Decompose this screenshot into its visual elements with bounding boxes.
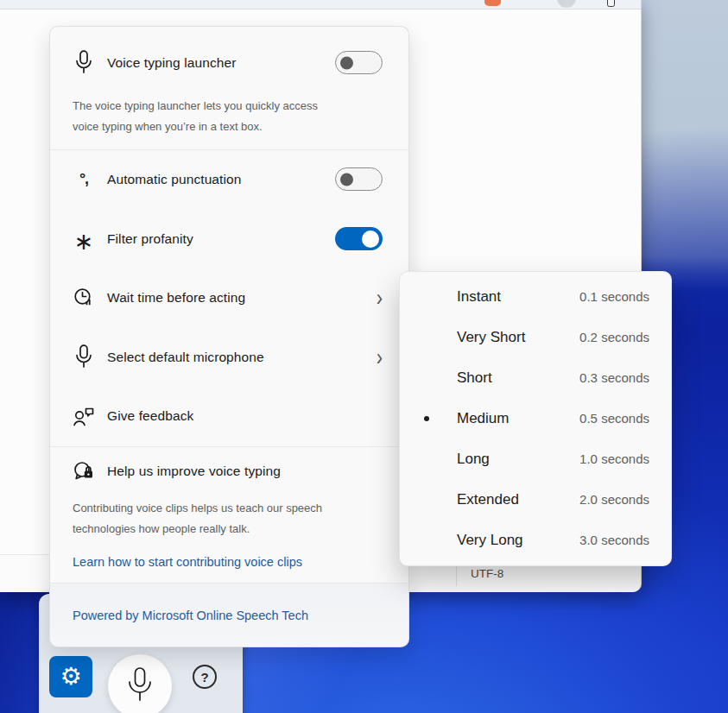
selected-bullet: [424, 416, 433, 421]
automatic-punctuation-toggle[interactable]: [335, 167, 383, 191]
row-label: Wait time before acting: [107, 290, 377, 306]
help-button[interactable]: ?: [193, 665, 217, 689]
browser-logo-icon[interactable]: [484, 0, 501, 6]
voice-typing-settings-panel: Voice typing launcher The voice typing l…: [49, 26, 409, 647]
menu-item-label: Extended: [457, 491, 579, 508]
menu-item-value: 1.0 seconds: [579, 451, 649, 466]
row-give-feedback[interactable]: Give feedback: [50, 387, 408, 446]
powered-by-link[interactable]: Powered by Microsoft Online Speech Tech: [73, 609, 308, 622]
microphone-icon: [71, 344, 97, 369]
menu-item-label: Instant: [457, 288, 579, 306]
gear-icon: ⚙: [60, 665, 81, 689]
menu-item-instant[interactable]: Instant 0.1 seconds: [400, 276, 671, 317]
menu-item-value: 2.0 seconds: [579, 492, 649, 507]
menu-item-label: Very Long: [457, 532, 579, 549]
voice-typing-launcher-toggle[interactable]: [335, 51, 383, 74]
row-label: Give feedback: [107, 408, 383, 424]
row-label: Select default microphone: [107, 350, 377, 365]
menu-item-extended[interactable]: Extended 2.0 seconds: [400, 479, 671, 520]
row-label: Automatic punctuation: [107, 172, 335, 187]
feedback-icon: [71, 406, 97, 427]
panel-footer: Powered by Microsoft Online Speech Tech: [50, 584, 408, 647]
chevron-right-icon: ›: [377, 345, 383, 369]
filter-profanity-toggle[interactable]: [335, 227, 383, 250]
row-voice-typing-launcher[interactable]: Voice typing launcher: [50, 39, 408, 87]
menu-item-label: Short: [457, 369, 579, 387]
menu-item-value: 3.0 seconds: [579, 533, 649, 547]
microphone-icon: [125, 666, 155, 706]
menu-item-label: Very Short: [457, 329, 579, 346]
menu-item-value: 0.3 seconds: [579, 370, 649, 385]
row-help-us-improve: Help us improve voice typing: [50, 451, 408, 492]
menu-item-very-long[interactable]: Very Long 3.0 seconds: [400, 520, 671, 560]
improve-description: Contributing voice clips helps us teach …: [73, 498, 340, 539]
help-icon: ?: [200, 670, 208, 685]
avatar-icon[interactable]: [557, 0, 576, 8]
menu-item-label: Medium: [457, 410, 579, 427]
row-label: Filter profanity: [107, 231, 335, 247]
menu-item-value: 0.1 seconds: [579, 289, 649, 304]
punctuation-icon: °,: [71, 170, 97, 188]
menu-item-medium[interactable]: Medium 0.5 seconds: [400, 398, 671, 439]
menu-item-value: 0.2 seconds: [579, 330, 649, 344]
menu-item-long[interactable]: Long 1.0 seconds: [400, 439, 671, 479]
clock-icon: [71, 287, 97, 308]
extension-icon[interactable]: [607, 0, 615, 7]
titlebar: [0, 0, 641, 9]
learn-contributing-link[interactable]: Learn how to start contributing voice cl…: [73, 555, 386, 569]
dictation-button[interactable]: [108, 654, 172, 713]
settings-button[interactable]: ⚙: [49, 656, 92, 697]
menu-item-label: Long: [457, 451, 579, 468]
menu-item-short[interactable]: Short 0.3 seconds: [400, 357, 671, 398]
menu-item-value: 0.5 seconds: [579, 411, 649, 426]
row-label: Voice typing launcher: [107, 55, 335, 71]
row-wait-time[interactable]: Wait time before acting ›: [50, 268, 408, 328]
launcher-description: The voice typing launcher lets you quick…: [73, 96, 340, 137]
row-automatic-punctuation[interactable]: °, Automatic punctuation: [50, 150, 408, 210]
section-title: Help us improve voice typing: [107, 464, 383, 479]
microphone-icon: [71, 50, 97, 75]
chevron-right-icon: ›: [377, 286, 383, 310]
row-filter-profanity[interactable]: ∗ Filter profanity: [50, 209, 408, 268]
wait-time-menu: Instant 0.1 seconds Very Short 0.2 secon…: [399, 271, 672, 566]
menu-item-very-short[interactable]: Very Short 0.2 seconds: [400, 317, 671, 357]
row-select-default-microphone[interactable]: Select default microphone ›: [50, 328, 408, 388]
voice-clips-privacy-icon: [71, 460, 97, 483]
